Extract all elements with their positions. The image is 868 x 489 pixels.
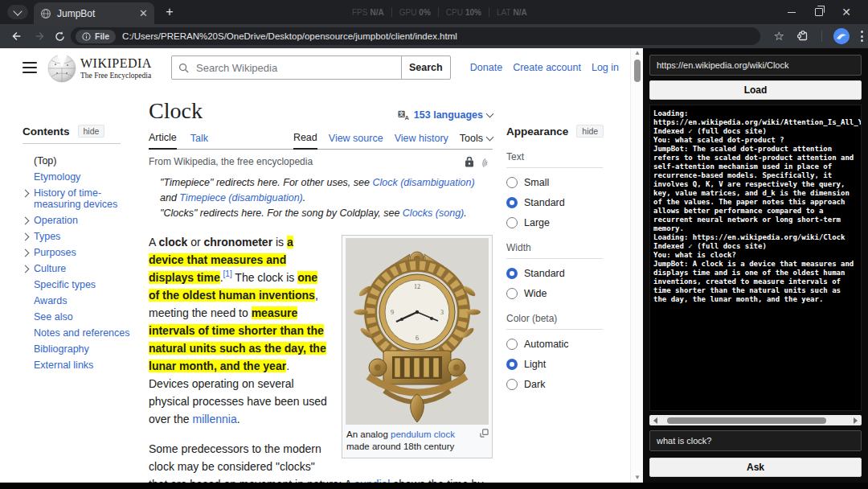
sidebar-item-culture[interactable]: Culture: [23, 261, 145, 277]
stat-value: 10%: [465, 8, 481, 17]
log-horizontal-scrollbar[interactable]: [649, 415, 862, 425]
tab-tools[interactable]: Tools: [460, 129, 493, 149]
browser-menu-icon[interactable]: [861, 31, 863, 42]
expand-chevron-icon[interactable]: [22, 265, 30, 273]
create-account-link[interactable]: Create account: [513, 62, 581, 73]
search-box[interactable]: [171, 55, 402, 80]
donate-link[interactable]: Donate: [470, 62, 502, 73]
ask-button[interactable]: Ask: [649, 458, 862, 477]
sidebar-item-operation[interactable]: Operation: [23, 212, 145, 228]
main-menu-icon[interactable]: [23, 62, 37, 73]
radio-text-small[interactable]: Small: [506, 177, 616, 188]
sidebar-item-see-also[interactable]: See also: [23, 309, 145, 325]
radio-selected-icon[interactable]: [506, 268, 518, 279]
tab-article[interactable]: Article: [149, 129, 177, 150]
radio-text-standard[interactable]: Standard: [506, 197, 616, 208]
sidebar-item-types[interactable]: Types: [23, 228, 145, 244]
scrollbar-thumb[interactable]: [667, 417, 826, 424]
forward-button[interactable]: [31, 27, 50, 46]
width-section-label: Width: [506, 242, 616, 253]
scroll-up-arrow[interactable]: ▲: [631, 48, 643, 58]
bookmark-star-icon[interactable]: ☆: [774, 29, 784, 43]
radio-selected-icon[interactable]: [506, 197, 518, 208]
radio-color-automatic[interactable]: Automatic: [506, 339, 616, 350]
radio-icon[interactable]: [506, 177, 518, 188]
tab-read[interactable]: Read: [293, 129, 317, 150]
radio-icon[interactable]: [506, 339, 518, 350]
expand-chevron-icon[interactable]: [22, 249, 30, 257]
svg-text:6: 6: [416, 335, 419, 342]
inline-link[interactable]: millennia: [192, 413, 236, 425]
radio-color-light[interactable]: Light: [506, 359, 616, 370]
page-scrollbar[interactable]: ▲ ▼: [630, 48, 643, 483]
sidebar-item-bibliography[interactable]: Bibliography: [23, 341, 145, 357]
tab-view-history[interactable]: View history: [395, 129, 448, 149]
radio-icon[interactable]: [506, 288, 518, 299]
contents-hide-button[interactable]: hide: [78, 125, 105, 138]
question-input[interactable]: [649, 430, 862, 451]
expand-chevron-icon[interactable]: [22, 217, 30, 225]
title-bar: JumpBot ✕ + FPSN/A GPU0% CPU10% LATN/A ✕: [0, 0, 868, 24]
enlarge-icon[interactable]: [480, 429, 489, 438]
radio-icon[interactable]: [506, 379, 518, 390]
tab-talk[interactable]: Talk: [190, 129, 208, 149]
inline-link[interactable]: Timepiece (disambiguation): [179, 192, 302, 203]
chat-log[interactable]: Loading: https://en.wikipedia.org/wiki/A…: [649, 105, 862, 411]
sidebar-item-etymology[interactable]: Etymology: [23, 169, 145, 185]
radio-selected-icon[interactable]: [506, 359, 518, 370]
web-page: WIKIPEDIA The Free Encyclopedia Search D…: [0, 48, 643, 483]
radio-icon[interactable]: [506, 217, 518, 228]
close-button[interactable]: ✕: [833, 0, 860, 24]
address-bar[interactable]: File C:/Users/PRERAN%20S/OneDrive/Deskto…: [71, 27, 760, 45]
expand-chevron-icon[interactable]: [22, 190, 30, 198]
sidebar-item-top[interactable]: (Top): [23, 153, 145, 169]
wikipedia-wordmark[interactable]: WIKIPEDIA The Free Encyclopedia: [80, 56, 152, 80]
text-segment: "Clocks" redirects here. For the song by…: [160, 208, 403, 219]
url-input[interactable]: [649, 55, 862, 76]
radio-width-standard[interactable]: Standard: [506, 268, 616, 279]
sidebar-item-specific-types[interactable]: Specific types: [23, 277, 145, 293]
hatnote-clocks: "Clocks" redirects here. For the song by…: [160, 206, 493, 221]
chevron-down-icon: [486, 133, 494, 141]
back-button[interactable]: [6, 27, 26, 46]
tab-close-icon[interactable]: ✕: [139, 8, 148, 18]
expand-chevron-icon[interactable]: [22, 233, 30, 241]
log-in-link[interactable]: Log in: [592, 62, 619, 73]
page-protected-lock-icon[interactable]: [465, 156, 474, 167]
search-input[interactable]: [194, 61, 395, 75]
new-tab-button[interactable]: +: [161, 3, 178, 21]
inline-link[interactable]: pendulum clock: [391, 429, 455, 439]
sidebar-item-external-links[interactable]: External links: [23, 357, 145, 373]
scrollbar-thumb[interactable]: [634, 60, 641, 82]
radio-text-large[interactable]: Large: [506, 217, 616, 228]
tab-search-button[interactable]: [7, 5, 28, 19]
restore-button[interactable]: [805, 0, 833, 24]
scroll-left-arrow[interactable]: [653, 417, 657, 424]
browser-tab[interactable]: JumpBot ✕: [34, 2, 154, 24]
sidebar-item-notes-and-references[interactable]: Notes and references: [23, 325, 145, 341]
scroll-right-arrow[interactable]: [854, 417, 858, 424]
sidebar-item-history[interactable]: History of time-measuring devices: [23, 185, 145, 212]
load-button[interactable]: Load: [649, 80, 862, 100]
radio-width-wide[interactable]: Wide: [506, 288, 616, 299]
listen-audio-icon[interactable]: [481, 157, 493, 167]
languages-selector[interactable]: 文 A 153 languages: [398, 109, 493, 124]
sidebar-item-awards[interactable]: Awards: [23, 293, 145, 309]
profile-avatar[interactable]: [833, 28, 850, 44]
minimize-button[interactable]: [778, 0, 805, 24]
infobox-figure[interactable]: 12 3 6 9: [342, 235, 493, 458]
inline-link[interactable]: [1]: [223, 269, 232, 278]
radio-color-dark[interactable]: Dark: [506, 379, 616, 390]
tab-view-source[interactable]: View source: [329, 129, 383, 149]
avatar-image: [833, 28, 850, 44]
inline-link[interactable]: Clock (disambiguation): [372, 177, 474, 188]
extensions-icon[interactable]: [796, 29, 810, 43]
search-button[interactable]: Search: [401, 55, 451, 80]
file-scheme-chip[interactable]: File: [76, 30, 116, 43]
scroll-down-arrow[interactable]: ▼: [631, 473, 643, 483]
wikipedia-logo[interactable]: [46, 51, 78, 87]
inline-link[interactable]: Clocks (song): [403, 208, 464, 219]
reload-button[interactable]: [50, 27, 69, 46]
sidebar-item-purposes[interactable]: Purposes: [23, 244, 145, 261]
appearance-hide-button[interactable]: hide: [576, 125, 604, 138]
